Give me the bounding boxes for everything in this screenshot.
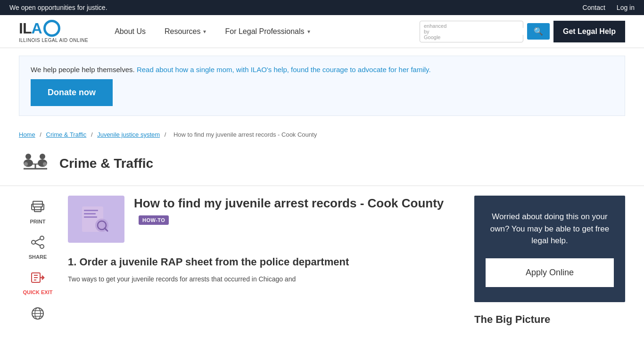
apply-online-button[interactable]: Apply Online bbox=[486, 258, 614, 287]
big-picture-title: The Big Picture bbox=[474, 313, 625, 326]
breadcrumb-home[interactable]: Home bbox=[19, 131, 35, 138]
quick-exit-label: QUICK EXIT bbox=[23, 289, 53, 295]
banner: We help people help themselves. Read abo… bbox=[19, 56, 625, 116]
share-action[interactable]: SHARE bbox=[29, 236, 47, 260]
svg-point-14 bbox=[32, 240, 35, 244]
svg-line-16 bbox=[35, 239, 40, 241]
breadcrumb-current: How to find my juvenile arrest records -… bbox=[173, 131, 317, 138]
donate-button[interactable]: Donate now bbox=[31, 79, 113, 106]
logo-subtitle: Illinois Legal Aid Online bbox=[19, 38, 88, 43]
globe-icon bbox=[31, 306, 45, 324]
nav-resources[interactable]: Resources ▾ bbox=[157, 24, 214, 40]
section1-text: Two ways to get your juvenile records fo… bbox=[68, 274, 463, 284]
right-sidebar: Worried about doing this on your own? Yo… bbox=[474, 196, 625, 326]
logo[interactable]: ILA Illinois Legal Aid Online bbox=[19, 20, 88, 43]
quick-exit-icon bbox=[31, 271, 45, 288]
svg-point-15 bbox=[40, 245, 44, 248]
get-legal-help-button[interactable]: Get Legal Help bbox=[553, 21, 625, 42]
print-label: PRINT bbox=[30, 219, 46, 224]
help-card-text: Worried about doing this on your own? Yo… bbox=[486, 211, 614, 247]
svg-point-13 bbox=[40, 236, 44, 240]
crime-traffic-svg bbox=[21, 151, 50, 177]
breadcrumb-juvenile-justice[interactable]: Juvenile justice system bbox=[97, 131, 160, 138]
breadcrumb: Home / Crime & Traffic / Juvenile justic… bbox=[0, 123, 644, 146]
article-header: How to find my juvenile arrest records -… bbox=[68, 196, 463, 243]
search-button[interactable]: 🔍 bbox=[527, 23, 550, 40]
search-icon: 🔍 bbox=[534, 27, 543, 35]
page-title-section: Crime & Traffic bbox=[0, 146, 644, 186]
banner-link[interactable]: Read about how a single mom, with ILAO's… bbox=[137, 66, 431, 74]
svg-line-17 bbox=[35, 243, 40, 246]
sidebar-icons: PRINT SHARE bbox=[19, 196, 57, 326]
nav-for-legal-professionals[interactable]: For Legal Professionals ▾ bbox=[217, 24, 317, 40]
search-wrapper: enhanced by Google bbox=[420, 21, 523, 42]
legal-professionals-chevron-icon: ▾ bbox=[307, 28, 310, 35]
breadcrumb-crime-traffic[interactable]: Crime & Traffic bbox=[46, 131, 87, 138]
page-title: Crime & Traffic bbox=[59, 156, 153, 171]
print-icon bbox=[31, 200, 45, 217]
section1-title: 1. Order a juvenile RAP sheet from the p… bbox=[68, 256, 463, 268]
top-bar: We open opportunities for justice. Conta… bbox=[0, 0, 644, 15]
svg-point-8 bbox=[43, 162, 47, 166]
contact-link[interactable]: Contact bbox=[583, 4, 605, 11]
more-action[interactable] bbox=[31, 306, 45, 324]
logo-o bbox=[43, 20, 60, 37]
svg-rect-29 bbox=[84, 210, 98, 211]
header-right: enhanced by Google 🔍 Get Legal Help bbox=[420, 21, 625, 42]
login-link[interactable]: Log in bbox=[617, 4, 635, 11]
article-thumbnail bbox=[68, 196, 124, 243]
svg-point-12 bbox=[41, 206, 42, 208]
logo-text: ILA bbox=[19, 20, 60, 37]
quick-exit-action[interactable]: QUICK EXIT bbox=[23, 271, 53, 295]
crime-traffic-icon bbox=[19, 149, 52, 178]
share-icon bbox=[31, 236, 45, 252]
svg-point-0 bbox=[25, 154, 31, 159]
top-bar-tagline: We open opportunities for justice. bbox=[9, 4, 107, 11]
svg-rect-31 bbox=[84, 216, 97, 218]
top-bar-links: Contact Log in bbox=[583, 4, 635, 11]
search-input[interactable] bbox=[448, 28, 528, 35]
banner-text: We help people help themselves. Read abo… bbox=[31, 66, 613, 74]
svg-point-2 bbox=[40, 154, 45, 159]
main-content: PRINT SHARE bbox=[0, 196, 644, 326]
print-action[interactable]: PRINT bbox=[30, 200, 46, 224]
nav-about-us[interactable]: About Us bbox=[107, 24, 153, 40]
main-nav: About Us Resources ▾ For Legal Professio… bbox=[107, 24, 401, 40]
article-title: How to find my juvenile arrest records -… bbox=[134, 196, 463, 228]
resources-chevron-icon: ▾ bbox=[203, 28, 206, 35]
article-title-area: How to find my juvenile arrest records -… bbox=[134, 196, 463, 228]
header: ILA Illinois Legal Aid Online About Us R… bbox=[0, 15, 644, 48]
how-to-badge: HOW-TO bbox=[139, 215, 169, 225]
share-label: SHARE bbox=[29, 254, 47, 260]
help-card: Worried about doing this on your own? Yo… bbox=[474, 196, 625, 302]
article-area: How to find my juvenile arrest records -… bbox=[57, 196, 474, 326]
svg-point-7 bbox=[24, 162, 28, 166]
svg-rect-30 bbox=[84, 213, 96, 214]
google-label: enhanced by Google bbox=[424, 23, 446, 40]
